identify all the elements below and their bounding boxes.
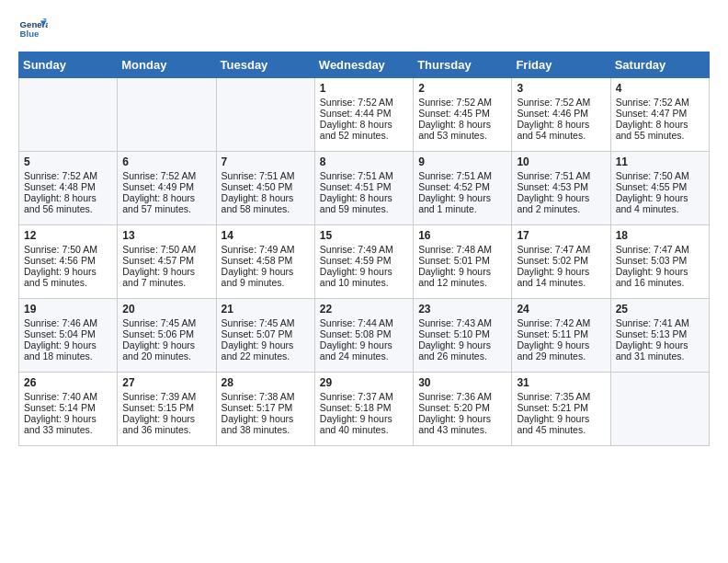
day-content: Daylight: 8 hours and 53 minutes. (418, 119, 506, 141)
day-content: Sunrise: 7:45 AM (122, 317, 210, 328)
day-content: Sunset: 5:18 PM (320, 402, 408, 413)
day-content: Sunset: 4:52 PM (418, 181, 506, 192)
day-content: Sunset: 4:47 PM (616, 108, 704, 119)
day-number: 25 (616, 303, 704, 316)
weekday-header-thursday: Thursday (414, 52, 512, 78)
day-number: 30 (418, 376, 506, 389)
calendar-cell (118, 78, 216, 152)
day-number: 2 (418, 82, 506, 95)
weekday-header-saturday: Saturday (610, 52, 709, 78)
day-content: Sunrise: 7:37 AM (320, 391, 408, 402)
day-content: Sunset: 5:17 PM (222, 402, 310, 413)
day-content: Sunrise: 7:51 AM (517, 170, 605, 181)
calendar-cell: 7Sunrise: 7:51 AMSunset: 4:50 PMDaylight… (216, 152, 314, 225)
day-number: 20 (122, 303, 210, 316)
day-content: Sunset: 5:06 PM (122, 328, 210, 339)
day-content: Sunrise: 7:52 AM (122, 170, 210, 181)
weekday-header-monday: Monday (118, 52, 216, 78)
week-row-4: 19Sunrise: 7:46 AMSunset: 5:04 PMDayligh… (19, 299, 710, 373)
calendar-cell: 27Sunrise: 7:39 AMSunset: 5:15 PMDayligh… (118, 373, 216, 446)
day-content: Sunrise: 7:42 AM (517, 317, 605, 328)
calendar-cell: 26Sunrise: 7:40 AMSunset: 5:14 PMDayligh… (19, 373, 118, 446)
day-number: 28 (222, 376, 310, 389)
day-number: 10 (517, 155, 605, 168)
day-content: Sunrise: 7:48 AM (418, 244, 506, 255)
day-content: Daylight: 9 hours and 40 minutes. (320, 413, 408, 435)
calendar-cell: 28Sunrise: 7:38 AMSunset: 5:17 PMDayligh… (216, 373, 314, 446)
calendar-cell: 15Sunrise: 7:49 AMSunset: 4:59 PMDayligh… (314, 225, 413, 299)
day-content: Daylight: 9 hours and 1 minute. (418, 192, 506, 214)
calendar-cell: 20Sunrise: 7:45 AMSunset: 5:06 PMDayligh… (118, 299, 216, 373)
week-row-1: 1Sunrise: 7:52 AMSunset: 4:44 PMDaylight… (19, 78, 710, 152)
day-content: Sunset: 4:46 PM (517, 108, 605, 119)
calendar-cell: 9Sunrise: 7:51 AMSunset: 4:52 PMDaylight… (414, 152, 512, 225)
day-content: Sunset: 4:49 PM (122, 181, 210, 192)
day-content: Sunset: 4:56 PM (24, 255, 112, 266)
calendar-cell: 12Sunrise: 7:50 AMSunset: 4:56 PMDayligh… (19, 225, 118, 299)
day-content: Sunrise: 7:44 AM (320, 317, 408, 328)
day-content: Sunset: 4:58 PM (222, 255, 310, 266)
day-content: Sunrise: 7:40 AM (24, 391, 112, 402)
day-content: Sunset: 5:02 PM (517, 255, 605, 266)
day-number: 16 (418, 229, 506, 242)
calendar-cell: 6Sunrise: 7:52 AMSunset: 4:49 PMDaylight… (118, 152, 216, 225)
day-number: 22 (320, 303, 408, 316)
day-number: 5 (24, 155, 112, 168)
day-content: Sunrise: 7:51 AM (418, 170, 506, 181)
calendar-cell: 31Sunrise: 7:35 AMSunset: 5:21 PMDayligh… (512, 373, 610, 446)
day-number: 9 (418, 155, 506, 168)
day-content: Sunrise: 7:47 AM (616, 244, 704, 255)
day-content: Sunset: 5:04 PM (24, 328, 112, 339)
day-content: Sunset: 5:08 PM (320, 328, 408, 339)
weekday-header-sunday: Sunday (19, 52, 118, 78)
day-content: Sunset: 5:10 PM (418, 328, 506, 339)
day-content: Sunrise: 7:36 AM (418, 391, 506, 402)
day-content: Sunset: 4:51 PM (320, 181, 408, 192)
calendar-cell: 30Sunrise: 7:36 AMSunset: 5:20 PMDayligh… (414, 373, 512, 446)
day-content: Sunset: 4:44 PM (320, 108, 408, 119)
day-number: 6 (122, 155, 210, 168)
calendar-cell: 16Sunrise: 7:48 AMSunset: 5:01 PMDayligh… (414, 225, 512, 299)
calendar-cell: 23Sunrise: 7:43 AMSunset: 5:10 PMDayligh… (414, 299, 512, 373)
calendar-cell: 29Sunrise: 7:37 AMSunset: 5:18 PMDayligh… (314, 373, 413, 446)
day-content: Daylight: 9 hours and 20 minutes. (122, 339, 210, 362)
day-number: 14 (222, 229, 310, 242)
day-content: Daylight: 9 hours and 29 minutes. (517, 339, 605, 362)
day-content: Daylight: 9 hours and 24 minutes. (320, 339, 408, 362)
day-content: Daylight: 9 hours and 16 minutes. (616, 266, 704, 288)
calendar-cell: 14Sunrise: 7:49 AMSunset: 4:58 PMDayligh… (216, 225, 314, 299)
logo: General Blue (18, 15, 51, 44)
day-content: Daylight: 9 hours and 33 minutes. (24, 413, 112, 435)
day-content: Sunset: 4:59 PM (320, 255, 408, 266)
calendar-cell: 19Sunrise: 7:46 AMSunset: 5:04 PMDayligh… (19, 299, 118, 373)
day-content: Sunset: 5:20 PM (418, 402, 506, 413)
day-number: 21 (222, 303, 310, 316)
day-number: 13 (122, 229, 210, 242)
calendar-cell: 25Sunrise: 7:41 AMSunset: 5:13 PMDayligh… (610, 299, 709, 373)
logo-icon: General Blue (18, 15, 48, 44)
calendar-cell: 5Sunrise: 7:52 AMSunset: 4:48 PMDaylight… (19, 152, 118, 225)
day-number: 27 (122, 376, 210, 389)
week-row-2: 5Sunrise: 7:52 AMSunset: 4:48 PMDaylight… (19, 152, 710, 225)
day-content: Sunrise: 7:49 AM (222, 244, 310, 255)
day-content: Sunrise: 7:50 AM (616, 170, 704, 181)
week-row-3: 12Sunrise: 7:50 AMSunset: 4:56 PMDayligh… (19, 225, 710, 299)
day-number: 4 (616, 82, 704, 95)
day-content: Sunset: 5:07 PM (222, 328, 310, 339)
day-content: Sunrise: 7:38 AM (222, 391, 310, 402)
day-content: Sunrise: 7:51 AM (222, 170, 310, 181)
calendar-cell (610, 373, 709, 446)
calendar-cell (19, 78, 118, 152)
calendar-cell: 11Sunrise: 7:50 AMSunset: 4:55 PMDayligh… (610, 152, 709, 225)
day-number: 19 (24, 303, 112, 316)
day-content: Sunset: 4:57 PM (122, 255, 210, 266)
day-content: Daylight: 9 hours and 12 minutes. (418, 266, 506, 288)
calendar-table: SundayMondayTuesdayWednesdayThursdayFrid… (18, 52, 710, 446)
weekday-header-row: SundayMondayTuesdayWednesdayThursdayFrid… (19, 52, 710, 78)
day-content: Daylight: 9 hours and 26 minutes. (418, 339, 506, 362)
day-content: Sunrise: 7:39 AM (122, 391, 210, 402)
day-content: Sunset: 5:13 PM (616, 328, 704, 339)
day-content: Sunrise: 7:52 AM (616, 97, 704, 108)
day-content: Daylight: 9 hours and 4 minutes. (616, 192, 704, 214)
calendar-cell: 21Sunrise: 7:45 AMSunset: 5:07 PMDayligh… (216, 299, 314, 373)
